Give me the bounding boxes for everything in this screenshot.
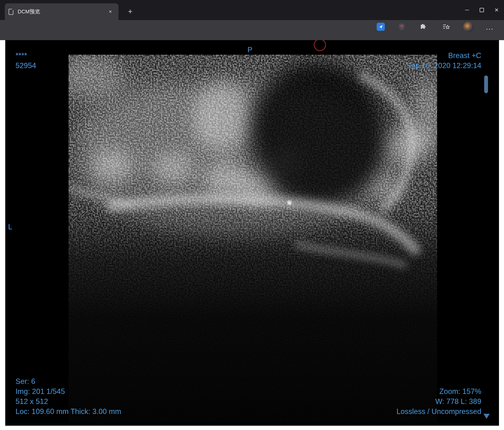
series-scrollbar-thumb[interactable] [484,75,488,93]
browser-window: { "icons": { "back": "←", "refresh": "↻"… [0,0,504,430]
page-favicon-icon [9,9,13,15]
compression-info: Lossless / Uncompressed [396,407,481,416]
browser-toolbar: ← ↻ ⌂ https://file.kkview.cn/onlinePrevi… [0,20,504,40]
extension-translate-button[interactable] [374,20,387,34]
favorites-hub-icon [442,23,450,30]
settings-more-button[interactable]: … [483,20,496,34]
orientation-marker-top: P [247,45,252,55]
close-button[interactable]: × [489,0,504,20]
dicom-viewer: ****52954 P Breast +CSep 10, 2020 12:29:… [5,40,499,426]
extensions-puzzle-icon [419,24,426,30]
overlay-patient-info: ****52954 [16,51,36,71]
maximize-button[interactable] [474,0,489,20]
more-menu-icon: … [485,22,494,32]
profile-avatar [463,21,474,32]
extension-shield-button[interactable] [395,20,408,34]
tab-title: DCM预览 [18,8,106,15]
window-level: W: 778 L: 389 [435,397,481,406]
scroll-down-arrow-icon[interactable] [484,414,490,419]
profile-button[interactable] [462,20,475,34]
image-matrix: 512 x 512 [16,397,48,406]
patient-id: 52954 [16,61,36,70]
image-number: Img: 201 1/545 [16,387,65,396]
shield-extension-icon [398,23,405,31]
minimize-button[interactable]: ─ [459,0,474,20]
patient-name-masked: **** [16,51,27,60]
zoom-level: Zoom: 157% [439,387,481,396]
annotation-circle[interactable] [314,40,326,51]
overlay-study-info: Breast +CSep 10, 2020 12:29:14 [406,51,481,71]
favorites-button[interactable] [440,20,453,34]
window-controls: ─ × [459,0,504,20]
new-tab-button[interactable]: + [124,5,137,18]
overlay-display-info: Zoom: 157%W: 778 L: 389Lossless / Uncomp… [396,386,481,417]
orientation-marker-left: L [8,222,12,232]
acquisition-datetime: Sep 10, 2020 12:29:14 [406,61,481,70]
dicom-image[interactable] [69,55,437,423]
slice-location: Loc: 109.60 mm Thick: 3.00 mm [16,407,121,416]
study-description: Breast +C [448,51,481,60]
overlay-series-info: Ser: 6Img: 201 1/545512 x 512Loc: 109.60… [16,376,121,417]
tab-strip: DCM预览 × + ─ × [0,0,504,20]
maximize-icon [480,8,484,12]
tab-close-icon[interactable]: × [106,7,115,16]
translate-extension-icon [377,23,385,31]
extensions-menu-button[interactable] [416,20,430,34]
series-number: Ser: 6 [16,377,35,385]
browser-tab[interactable]: DCM预览 × [5,3,118,20]
